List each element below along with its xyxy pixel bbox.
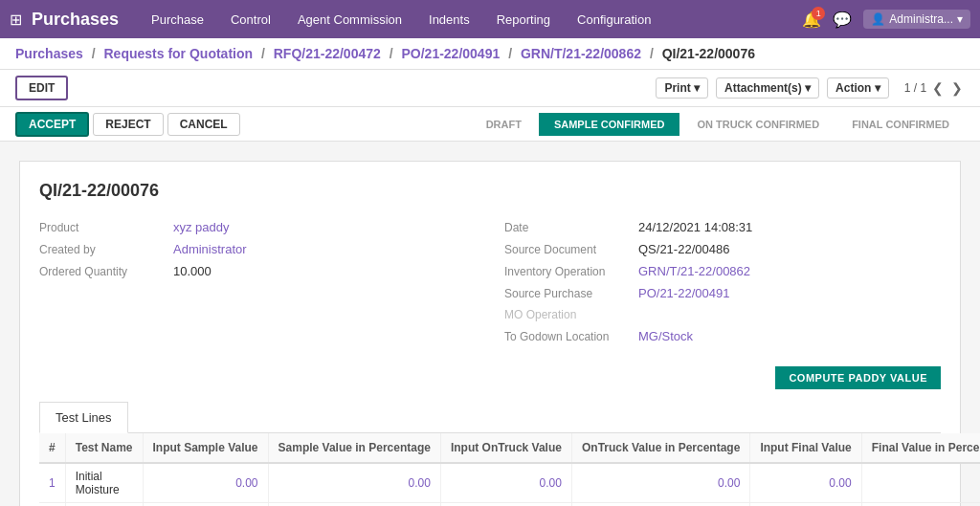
cell-otvp[interactable]: 0.00 [571, 503, 749, 507]
col-sample-pct: Sample Value in Percentage [268, 433, 440, 463]
to-godown-field: To Godown Location MG/Stock [504, 329, 941, 343]
form-left: Product xyz paddy Created by Administrat… [39, 220, 476, 351]
mo-operation-field: MO Operation [504, 308, 941, 321]
cell-isv[interactable]: 0.00 [143, 503, 268, 507]
user-menu[interactable]: 👤 Administra... ▾ [863, 10, 970, 29]
source-purchase-field: Source Purchase PO/21-22/00491 [504, 286, 941, 300]
user-label: Administra... [889, 12, 953, 26]
breadcrumb-rfq-num[interactable]: RFQ/21-22/00472 [274, 46, 381, 61]
status-draft[interactable]: DRAFT [471, 113, 537, 136]
cell-fvp[interactable]: 0.00 [861, 463, 980, 503]
cell-iotv[interactable]: 0.00 [440, 463, 571, 503]
product-field: Product xyz paddy [39, 220, 476, 234]
compute-row: COMPUTE PADDY VALUE [39, 366, 941, 389]
breadcrumb-grn-num[interactable]: GRN/T/21-22/00862 [521, 46, 641, 61]
app-grid-icon[interactable]: ⊞ [10, 11, 22, 29]
print-button[interactable]: Print ▾ [656, 77, 708, 99]
table-header-row: # Test Name Input Sample Value Sample Va… [39, 433, 980, 463]
source-purchase-label: Source Purchase [504, 287, 638, 300]
page-info: 1 / 1 [904, 81, 926, 95]
breadcrumb-po-num[interactable]: PO/21-22/00491 [401, 46, 500, 61]
form-fields: Product xyz paddy Created by Administrat… [39, 220, 941, 351]
ordered-qty-value: 10.000 [173, 264, 212, 278]
table-row[interactable]: 1 Initial Moisture 0.00 0.00 0.00 0.00 0… [39, 463, 980, 503]
top-nav: ⊞ Purchases Purchase Control Agent Commi… [0, 0, 980, 38]
col-test-name: Test Name [65, 433, 143, 463]
cell-test-name: End Moisture [65, 503, 143, 507]
status-sample-confirmed[interactable]: SAMPLE CONFIRMED [539, 113, 680, 136]
date-label: Date [504, 221, 638, 234]
source-doc-label: Source Document [504, 243, 638, 256]
col-input-final: Input Final Value [750, 433, 861, 463]
to-godown-value[interactable]: MG/Stock [638, 329, 693, 343]
nav-agent-commission[interactable]: Agent Commission [294, 12, 406, 27]
col-final-pct: Final Value in Percentage [861, 433, 980, 463]
breadcrumb: Purchases / Requests for Quotation / RFQ… [15, 46, 755, 61]
created-by-value[interactable]: Administrator [173, 242, 247, 256]
cell-isv[interactable]: 0.00 [143, 463, 268, 503]
cell-svp[interactable]: 0.00 [268, 463, 440, 503]
status-bar: ACCEPT REJECT CANCEL DRAFT SAMPLE CONFIR… [0, 107, 980, 142]
nav-indents[interactable]: Indents [425, 12, 474, 27]
breadcrumb-qi-num: QI/21-22/00076 [662, 46, 755, 61]
ordered-qty-label: Ordered Quantity [39, 265, 173, 278]
status-steps: DRAFT SAMPLE CONFIRMED ON TRUCK CONFIRME… [471, 113, 965, 136]
status-on-truck[interactable]: ON TRUCK CONFIRMED [681, 113, 835, 136]
form-title: QI/21-22/00076 [39, 181, 941, 201]
nav-purchase[interactable]: Purchase [147, 12, 208, 27]
breadcrumb-purchases[interactable]: Purchases [15, 46, 83, 61]
attachments-button[interactable]: Attachment(s) ▾ [716, 77, 819, 99]
form-card: QI/21-22/00076 Product xyz paddy Created… [19, 161, 961, 506]
product-value[interactable]: xyz paddy [173, 220, 230, 234]
notification-icon[interactable]: 🔔1 [802, 11, 821, 29]
test-lines-table: # Test Name Input Sample Value Sample Va… [39, 433, 980, 506]
cell-fvp[interactable]: 0.00 [861, 503, 980, 507]
cell-otvp[interactable]: 0.00 [571, 463, 749, 503]
col-num: # [39, 433, 65, 463]
reject-button[interactable]: REJECT [93, 113, 163, 136]
edit-button[interactable]: EDIT [15, 76, 68, 100]
breadcrumb-rfq[interactable]: Requests for Quotation [104, 46, 254, 61]
cell-ifv[interactable]: 0.00 [750, 503, 861, 507]
tabs: Test Lines [39, 401, 941, 433]
table-row[interactable]: 2 End Moisture 0.00 0.00 0.00 0.00 0.00 … [39, 503, 980, 507]
nav-reporting[interactable]: Reporting [493, 12, 554, 27]
source-doc-value: QS/21-22/00486 [638, 242, 729, 256]
cancel-button[interactable]: CANCEL [167, 113, 240, 136]
next-arrow[interactable]: ❯ [949, 80, 965, 96]
prev-arrow[interactable]: ❮ [930, 80, 946, 96]
col-input-ontruck: Input OnTruck Value [440, 433, 571, 463]
source-purchase-value[interactable]: PO/21-22/00491 [638, 286, 729, 300]
inventory-op-label: Inventory Operation [504, 265, 638, 278]
nav-configuration[interactable]: Configuration [573, 12, 655, 27]
created-by-label: Created by [39, 243, 173, 256]
nav-arrows: ❮ ❯ [930, 80, 965, 96]
date-value: 24/12/2021 14:08:31 [638, 220, 752, 234]
breadcrumb-sep-3: / [508, 46, 512, 61]
nav-control[interactable]: Control [227, 12, 275, 27]
inventory-op-value[interactable]: GRN/T/21-22/00862 [638, 264, 750, 278]
status-final-confirmed[interactable]: FINAL CONFIRMED [836, 113, 965, 136]
nav-right: 🔔1 💬 👤 Administra... ▾ [802, 10, 970, 29]
col-input-sample: Input Sample Value [143, 433, 268, 463]
accept-button[interactable]: ACCEPT [15, 112, 89, 137]
breadcrumb-sep-2: / [390, 46, 393, 61]
cell-iotv[interactable]: 0.00 [440, 503, 571, 507]
mo-operation-label: MO Operation [504, 308, 638, 321]
created-by-field: Created by Administrator [39, 242, 476, 256]
tab-test-lines[interactable]: Test Lines [39, 402, 128, 433]
product-label: Product [39, 221, 173, 234]
source-doc-field: Source Document QS/21-22/00486 [504, 242, 941, 256]
cell-ifv[interactable]: 0.00 [750, 463, 861, 503]
action-buttons: ACCEPT REJECT CANCEL [15, 112, 471, 137]
cell-svp[interactable]: 0.00 [268, 503, 440, 507]
breadcrumb-sep-0: / [92, 46, 96, 61]
action-button[interactable]: Action ▾ [827, 77, 889, 99]
breadcrumb-bar: Purchases / Requests for Quotation / RFQ… [0, 38, 980, 70]
compute-paddy-value-button[interactable]: COMPUTE PADDY VALUE [775, 366, 941, 389]
breadcrumb-sep-1: / [261, 46, 265, 61]
chat-icon[interactable]: 💬 [833, 11, 852, 29]
nav-links: Purchase Control Agent Commission Indent… [147, 12, 802, 27]
main-content: QI/21-22/00076 Product xyz paddy Created… [0, 142, 980, 506]
to-godown-label: To Godown Location [504, 330, 638, 343]
